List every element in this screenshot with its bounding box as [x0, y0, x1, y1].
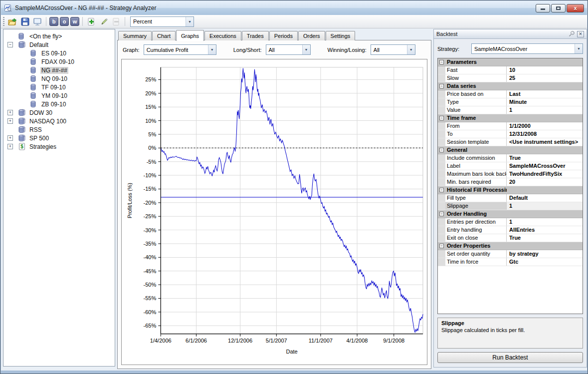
display-unit-combobox[interactable]: Percent ▼	[130, 16, 194, 27]
edit-button[interactable]	[98, 16, 109, 27]
restore-button[interactable]	[551, 4, 566, 12]
category-parameters[interactable]: −Parameters	[438, 58, 583, 66]
property-fast[interactable]: Fast10	[438, 66, 583, 74]
property-set-order-quantity[interactable]: Set order quantityby strategy	[438, 250, 583, 258]
tree-item-ym-09-10[interactable]: YM 09-10	[3, 91, 115, 100]
property-time-in-force[interactable]: Time in forceGtc	[438, 258, 583, 266]
property-to[interactable]: To12/31/2008	[438, 130, 583, 138]
remove-button[interactable]	[111, 16, 122, 27]
expand-icon[interactable]: +	[7, 110, 13, 115]
category-order-handling[interactable]: −Order Handling	[438, 210, 583, 218]
tab-trades[interactable]: Trades	[242, 31, 269, 40]
tree-item-nasdaq-100[interactable]: +NASDAQ 100	[3, 117, 115, 125]
tree-item-ng[interactable]: NG ##-##	[3, 66, 115, 74]
property-exit-on-close[interactable]: Exit on closeTrue	[438, 234, 583, 242]
property-slow[interactable]: Slow25	[438, 74, 583, 82]
toolbar-grip[interactable]	[3, 17, 4, 26]
instrument-list-icon	[18, 134, 25, 142]
collapse-icon[interactable]: −	[439, 212, 444, 216]
expand-icon[interactable]: +	[7, 118, 13, 124]
category-order-properties[interactable]: −Order Properties	[438, 242, 583, 250]
pin-icon[interactable]	[568, 30, 576, 37]
property-entry-handling[interactable]: Entry handlingAllEntries	[438, 226, 583, 234]
property-slippage[interactable]: Slippage1	[438, 202, 583, 210]
run-backtest-button[interactable]: Run Backtest	[437, 352, 583, 363]
property-session-template[interactable]: Session template<Use instrument settings…	[438, 138, 583, 146]
property-label[interactable]: LabelSampleMACrossOver	[438, 162, 583, 170]
category-label: Parameters	[445, 58, 507, 66]
collapse-icon[interactable]: −	[7, 42, 13, 47]
category-data-series[interactable]: −Data series	[438, 82, 583, 90]
tree-item-default[interactable]: −Default	[3, 40, 115, 49]
property-from[interactable]: From1/1/2000	[438, 122, 583, 130]
property-label: Slippage	[445, 202, 507, 210]
tree-item-es-09-10[interactable]: ES 09-10	[3, 49, 115, 57]
property-fill-type[interactable]: Fill typeDefault	[438, 194, 583, 202]
category-general[interactable]: −General	[438, 146, 583, 154]
y-tick-label: -15%	[143, 186, 156, 192]
tree-item-label: ES 09-10	[40, 50, 67, 57]
tab-summary[interactable]: Summary	[118, 31, 152, 40]
tree-item-sp-500[interactable]: +SP 500	[3, 134, 115, 142]
close-button[interactable]: x	[567, 4, 584, 12]
tab-executions[interactable]: Executions	[204, 31, 241, 40]
property-label: Fast	[445, 66, 507, 74]
graph-type-combobox[interactable]: Cumulative Profit ▼	[144, 44, 216, 55]
tab-orders[interactable]: Orders	[298, 31, 325, 40]
expand-icon[interactable]: +	[7, 144, 13, 149]
analyzer-main: SummaryChartGraphsExecutionsTradesPeriod…	[117, 29, 431, 369]
property-value: Minute	[507, 98, 583, 106]
tree-item-strategies[interactable]: +$Strategies	[3, 142, 115, 151]
longshort-label: Long/Short:	[233, 47, 262, 53]
tab-chart[interactable]: Chart	[152, 31, 176, 40]
x-tick-label: 5/1/2007	[266, 338, 287, 344]
collapse-icon[interactable]: −	[439, 60, 444, 64]
property-maximum-bars-look-back[interactable]: Maximum bars look backTwoHundredFiftySix	[438, 170, 583, 178]
toolbar-o-button[interactable]: o	[60, 17, 69, 26]
category-historical-fill-processing[interactable]: −Historical Fill Processing	[438, 186, 583, 194]
analyzer-tabs: SummaryChartGraphsExecutionsTradesPeriod…	[117, 29, 431, 40]
minimize-button[interactable]	[536, 4, 550, 12]
tree-item-nq-09-10[interactable]: NQ 09-10	[3, 74, 115, 83]
collapse-icon[interactable]: −	[439, 148, 444, 152]
tree-item-tf-09-10[interactable]: TF 09-10	[3, 83, 115, 91]
property-min-bars-required[interactable]: Min. bars required20	[438, 178, 583, 186]
tree-item-dow-30[interactable]: +DOW 30	[3, 108, 115, 117]
collapse-icon[interactable]: −	[439, 188, 444, 192]
property-value[interactable]: Value1	[438, 106, 583, 114]
instrument-list-icon	[18, 117, 25, 125]
property-include-commission[interactable]: Include commissionTrue	[438, 154, 583, 162]
toolbar-b-button[interactable]: b	[49, 17, 58, 26]
property-entries-per-direction[interactable]: Entries per direction1	[438, 218, 583, 226]
open-button[interactable]	[7, 16, 18, 27]
tree-item-label: DOW 30	[28, 109, 53, 116]
screenshot-button[interactable]	[32, 16, 43, 27]
longshort-combobox[interactable]: All ▼	[266, 44, 311, 55]
backtest-panel-title: Backtest	[436, 31, 568, 37]
tree-item-rss[interactable]: RSS	[3, 125, 115, 134]
collapse-icon[interactable]: −	[439, 244, 444, 248]
strategy-combobox[interactable]: SampleMACrossOver ▼	[471, 43, 583, 54]
property-label: Entry handling	[445, 226, 507, 234]
toolbar-w-button[interactable]: w	[70, 17, 79, 26]
winlose-combobox[interactable]: All ▼	[371, 44, 415, 55]
collapse-icon[interactable]: −	[439, 116, 444, 120]
panel-close-icon[interactable]: ✕	[577, 31, 584, 37]
tree-item-zb-09-10[interactable]: ZB 09-10	[3, 100, 115, 108]
property-price-based-on[interactable]: Price based onLast	[438, 90, 583, 98]
chevron-down-icon: ▼	[407, 45, 415, 54]
tab-periods[interactable]: Periods	[269, 31, 298, 40]
tree-item-fdax-09-10[interactable]: FDAX 09-10	[3, 57, 115, 66]
property-value: 1	[507, 202, 583, 210]
add-button[interactable]	[86, 16, 97, 27]
expand-icon[interactable]: +	[7, 135, 13, 141]
property-label: Time in force	[445, 258, 507, 266]
instrument-icon	[30, 58, 37, 65]
save-button[interactable]	[19, 16, 30, 27]
collapse-icon[interactable]: −	[439, 84, 444, 88]
tree-item-on-the-fly[interactable]: <On the fly>	[3, 32, 115, 40]
category-time-frame[interactable]: −Time frame	[438, 114, 583, 122]
tab-settings[interactable]: Settings	[326, 31, 356, 40]
tab-graphs[interactable]: Graphs	[176, 30, 204, 41]
property-type[interactable]: TypeMinute	[438, 98, 583, 106]
